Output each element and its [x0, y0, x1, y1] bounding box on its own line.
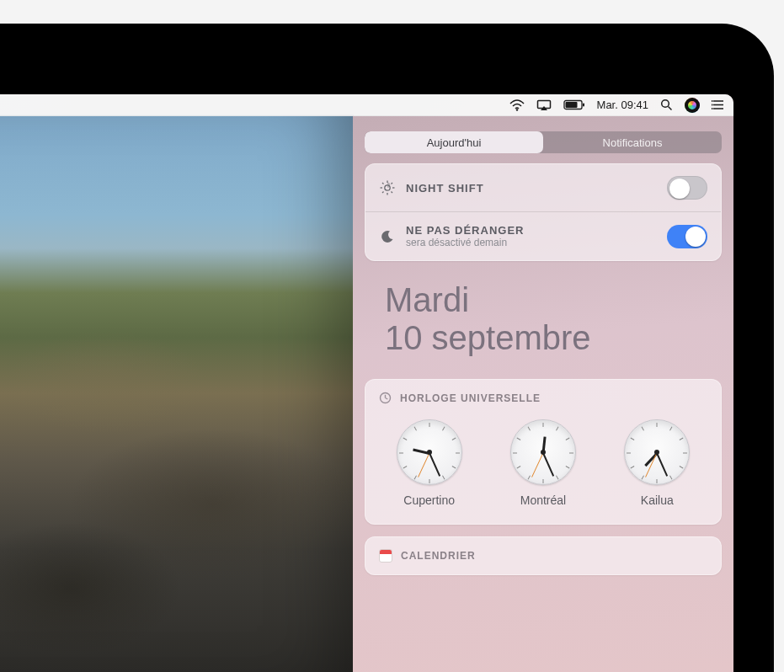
clock-icon: [379, 392, 392, 404]
world-clock-list: CupertinoMontréalKailua: [365, 411, 721, 524]
calendar-icon: [379, 549, 392, 563]
world-clock-header: HORLOGE UNIVERSELLE: [365, 380, 721, 411]
svg-line-21: [392, 183, 393, 184]
desktop-wallpaper: [0, 115, 354, 672]
notification-center-panel: Aujourd'hui Notifications NIGHT SHIFT: [353, 116, 733, 672]
device-bezel: Mar. 09:41 Aujourd'hui Notifications: [0, 24, 774, 672]
calendar-widget: CALENDRIER: [365, 536, 722, 575]
spotlight-icon[interactable]: [660, 99, 673, 111]
today-date-header: Mardi 10 septembre: [385, 281, 733, 357]
svg-point-0: [515, 109, 517, 110]
dnd-subtitle: sera désactivé demain: [406, 237, 657, 248]
clock-face: [624, 419, 690, 485]
device-frame: Mar. 09:41 Aujourd'hui Notifications: [0, 0, 784, 672]
world-clock-title: HORLOGE UNIVERSELLE: [400, 392, 541, 404]
svg-line-24: [386, 398, 388, 400]
dnd-title: NE PAS DÉRANGER: [406, 224, 657, 237]
svg-line-18: [382, 183, 384, 184]
calendar-title: CALENDRIER: [401, 550, 476, 562]
svg-rect-3: [565, 102, 577, 108]
settings-card: NIGHT SHIFT NE PAS DÉRANGER sera désacti…: [365, 163, 722, 261]
clock-face: [397, 419, 462, 485]
svg-point-10: [712, 100, 713, 102]
svg-point-11: [712, 104, 713, 106]
calendar-header: CALENDRIER: [365, 537, 721, 569]
svg-line-19: [392, 192, 393, 194]
night-shift-icon: [379, 180, 396, 195]
clock-label: Cupertino: [403, 493, 455, 507]
menu-bar: Mar. 09:41: [0, 94, 733, 116]
date-weekday: Mardi: [385, 281, 733, 319]
moon-icon: [379, 230, 396, 243]
clock-label: Montréal: [520, 493, 566, 507]
notification-center-icon[interactable]: [712, 99, 725, 110]
svg-point-12: [712, 108, 713, 109]
wifi-icon[interactable]: [509, 99, 525, 111]
date-day-month: 10 septembre: [385, 319, 733, 357]
world-clock-item: Cupertino: [397, 419, 462, 507]
menubar-datetime[interactable]: Mar. 09:41: [597, 99, 648, 111]
world-clock-item: Montréal: [510, 419, 576, 507]
panel-tabs: Aujourd'hui Notifications: [365, 131, 722, 153]
siri-icon[interactable]: [685, 98, 700, 113]
airplay-icon[interactable]: [536, 99, 552, 111]
svg-rect-4: [583, 104, 584, 107]
battery-icon[interactable]: [563, 99, 585, 110]
clock-face: [510, 419, 576, 485]
dnd-toggle[interactable]: [667, 225, 707, 248]
world-clock-widget: HORLOGE UNIVERSELLE CupertinoMontréalKai…: [365, 379, 722, 525]
svg-line-6: [669, 107, 672, 110]
svg-point-5: [662, 100, 669, 108]
night-shift-title: NIGHT SHIFT: [406, 182, 657, 195]
world-clock-item: Kailua: [624, 419, 690, 507]
screen: Mar. 09:41 Aujourd'hui Notifications: [0, 94, 733, 672]
dnd-row: NE PAS DÉRANGER sera désactivé demain: [365, 211, 721, 260]
night-shift-toggle[interactable]: [667, 176, 707, 200]
tab-today[interactable]: Aujourd'hui: [365, 131, 543, 153]
svg-line-20: [382, 192, 384, 194]
night-shift-row: NIGHT SHIFT: [365, 164, 721, 211]
clock-label: Kailua: [641, 493, 674, 507]
tab-notifications[interactable]: Notifications: [543, 131, 722, 153]
